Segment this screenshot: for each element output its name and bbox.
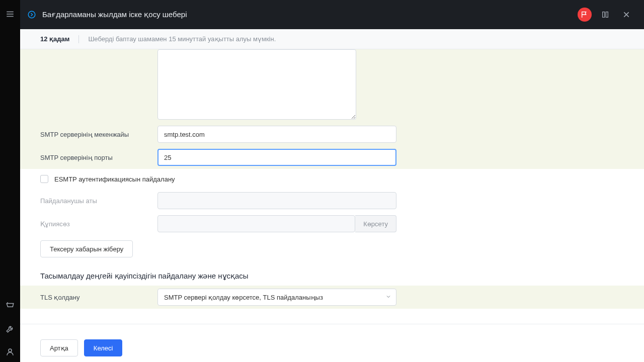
wrench-icon[interactable]: [0, 319, 20, 339]
svg-point-4: [28, 11, 35, 18]
content: SMTP серверінің мекенжайы SMTP серверіні…: [20, 49, 644, 362]
user-icon[interactable]: [0, 342, 20, 362]
password-label: Құпиясөз: [40, 220, 157, 228]
page-title: Бағдарламаны жылдам іске қосу шебері: [42, 10, 187, 19]
smtp-address-input[interactable]: [157, 126, 396, 143]
smtp-port-label: SMTP серверінің порты: [40, 154, 157, 161]
username-label: Пайдаланушы аты: [40, 197, 157, 205]
header: Бағдарламаны жылдам іске қосу шебері: [20, 0, 644, 29]
next-button[interactable]: Келесі: [84, 339, 123, 356]
tls-select[interactable]: SMTP сервері қолдау көрсетсе, TLS пайдал…: [157, 289, 396, 306]
cart-icon[interactable]: [0, 296, 20, 316]
flag-button[interactable]: [578, 8, 592, 22]
esmtp-checkbox[interactable]: [40, 175, 48, 183]
password-input: [157, 215, 355, 232]
footer-nav: Артқа Келесі: [40, 339, 624, 356]
show-password-button: Көрсету: [355, 215, 396, 232]
left-rail: [0, 0, 20, 362]
send-test-button[interactable]: Тексеру хабарын жіберу: [40, 240, 133, 257]
tls-label: TLS қолдану: [40, 294, 157, 301]
tls-selected-value: SMTP сервері қолдау көрсетсе, TLS пайдал…: [164, 294, 323, 301]
esmtp-checkbox-label: ESMTP аутентификациясын пайдалану: [54, 175, 175, 183]
step-description: Шеберді баптау шамамен 15 минуттай уақыт…: [88, 35, 276, 43]
back-button[interactable]: Артқа: [40, 339, 78, 356]
message-textarea[interactable]: [157, 49, 356, 120]
password-group: Көрсету: [157, 215, 396, 232]
close-icon[interactable]: [619, 7, 634, 22]
menu-icon[interactable]: [0, 4, 20, 24]
smtp-address-label: SMTP серверінің мекенжайы: [40, 131, 157, 138]
smtp-port-input[interactable]: [157, 149, 396, 166]
wizard-icon: [27, 10, 36, 19]
footer-divider: [20, 324, 644, 324]
svg-point-3: [9, 349, 12, 352]
subheader: 12 қадам Шеберді баптау шамамен 15 минут…: [20, 29, 644, 49]
tls-section-title: Тасымалдау деңгейі қауіпсіздігін пайдала…: [40, 257, 624, 286]
bookmark-icon[interactable]: [598, 7, 613, 22]
step-count: 12 қадам: [40, 35, 69, 43]
divider: [78, 35, 79, 43]
username-input: [157, 192, 396, 209]
